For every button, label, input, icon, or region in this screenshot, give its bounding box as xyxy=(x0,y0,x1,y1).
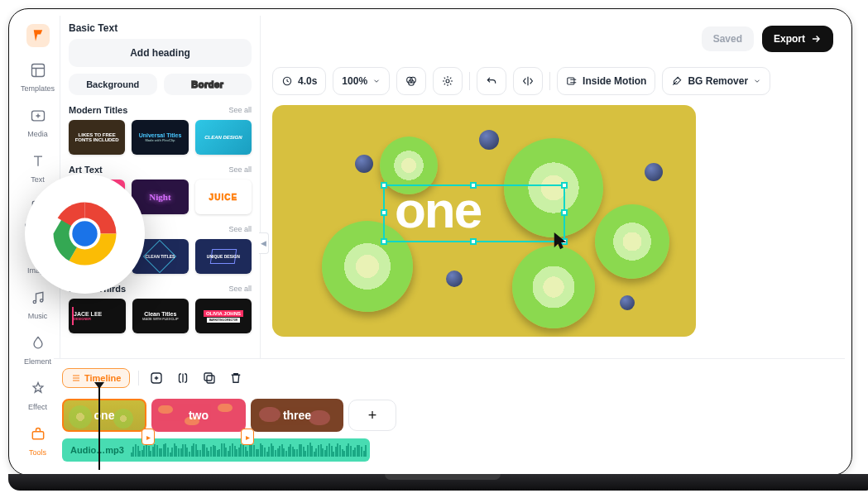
add-heading-button[interactable]: Add heading xyxy=(69,39,252,67)
sidebar-item-element[interactable]: Element xyxy=(18,332,58,366)
saved-indicator: Saved xyxy=(702,26,754,51)
settings-button[interactable] xyxy=(433,67,463,95)
sidebar-item-templates[interactable]: Templates xyxy=(18,59,58,93)
see-all-link[interactable]: See all xyxy=(228,165,252,174)
text-template-card[interactable]: Night xyxy=(132,180,188,214)
inside-motion-button[interactable]: Inside Motion xyxy=(557,67,655,95)
text-template-card[interactable]: JUICE xyxy=(195,180,252,214)
timeline-clip[interactable]: one xyxy=(62,399,146,432)
svg-rect-14 xyxy=(568,78,574,84)
playhead[interactable] xyxy=(98,387,100,470)
panel-title: Basic Text xyxy=(69,22,252,34)
flip-button[interactable] xyxy=(513,67,543,95)
split-button[interactable] xyxy=(174,369,192,387)
section-badges-titles: Badges Titles xyxy=(69,224,127,234)
templates-icon xyxy=(26,59,50,82)
border-button[interactable]: Border xyxy=(164,74,252,95)
effect-icon xyxy=(26,377,50,400)
svg-rect-16 xyxy=(204,373,212,381)
see-all-link[interactable]: See all xyxy=(228,285,252,293)
add-clip-button[interactable]: + xyxy=(348,400,396,431)
add-clip-button[interactable] xyxy=(147,369,165,387)
text-template-card[interactable]: LIKES TO FREEFONTS INCLUDED xyxy=(69,120,125,155)
text-icon xyxy=(26,150,50,173)
svg-rect-8 xyxy=(32,432,43,439)
delete-button[interactable] xyxy=(227,369,245,387)
canvas[interactable]: one xyxy=(272,105,696,337)
element-icon xyxy=(26,332,50,355)
svg-point-7 xyxy=(40,299,42,302)
see-all-link[interactable]: See all xyxy=(228,106,252,114)
duplicate-button[interactable] xyxy=(200,369,218,387)
selection-box[interactable] xyxy=(383,184,565,242)
sidebar-item-overlay[interactable]: Overlay xyxy=(18,195,58,229)
collapse-panel-button[interactable]: ◀ xyxy=(259,232,269,254)
svg-point-5 xyxy=(35,250,37,252)
media-icon xyxy=(26,104,50,127)
svg-point-6 xyxy=(33,300,36,303)
transition-handle[interactable]: ▸ xyxy=(141,429,155,445)
transition-handle[interactable]: ▸ xyxy=(241,429,254,445)
waveform xyxy=(131,443,362,457)
canvas-toolbar: 4.0s 100% Inside Motion BG Remover xyxy=(261,62,845,100)
background-button[interactable]: Background xyxy=(69,74,157,95)
zoom-button[interactable]: 100% xyxy=(333,67,390,95)
svg-rect-0 xyxy=(31,65,44,77)
text-template-card[interactable]: CLEAN TITLES xyxy=(132,239,188,274)
see-all-link[interactable]: See all xyxy=(228,225,252,233)
sidebar-item-effect[interactable]: Effect xyxy=(18,377,58,411)
svg-point-13 xyxy=(446,79,449,83)
timeline-clip[interactable]: three xyxy=(251,399,343,432)
cursor-icon xyxy=(552,231,570,252)
overlay-icon xyxy=(26,195,50,218)
section-lower-thirds: Lower Thirds xyxy=(69,284,126,294)
svg-rect-2 xyxy=(32,201,41,209)
section-modern-titles: Modern Titles xyxy=(69,105,127,115)
sidebar-item-music[interactable]: Music xyxy=(18,286,58,320)
undo-button[interactable] xyxy=(477,67,506,95)
text-template-card[interactable]: JACE LEEDESIGNER xyxy=(69,299,126,333)
export-button[interactable]: Export xyxy=(762,26,833,52)
sidebar-item-tools[interactable]: Tools xyxy=(18,423,58,457)
section-art-text: Art Text xyxy=(69,165,103,175)
timeline-clip[interactable]: two xyxy=(151,399,246,432)
text-template-card[interactable]: OLIVIA JOHNSMARKETING DIRECTOR xyxy=(195,299,252,333)
text-template-card[interactable]: UNIQUE DESIGN xyxy=(195,239,252,274)
music-icon xyxy=(26,286,50,309)
text-template-card[interactable]: SHADOW xyxy=(69,180,125,214)
text-template-card[interactable]: BASIC TITLES xyxy=(69,239,125,274)
image-icon xyxy=(26,241,50,264)
duration-button[interactable]: 4.0s xyxy=(272,67,326,95)
text-template-card[interactable]: Universal TitlesMade with FlexClip xyxy=(132,120,188,155)
audio-track[interactable]: Audio…mp3 xyxy=(62,438,370,462)
bg-remover-button[interactable]: BG Remover xyxy=(662,67,770,95)
svg-rect-17 xyxy=(207,376,214,383)
svg-rect-3 xyxy=(35,204,43,213)
sidebar-item-text[interactable]: Text xyxy=(18,150,58,184)
app-logo[interactable] xyxy=(18,24,58,47)
sidebar-item-image[interactable]: Image xyxy=(18,241,58,275)
color-adjust-button[interactable] xyxy=(396,67,426,95)
tools-icon xyxy=(26,423,50,446)
text-template-card[interactable]: CLEAN DESIGN xyxy=(195,120,252,155)
sidebar-item-media[interactable]: Media xyxy=(18,104,58,138)
text-template-card[interactable]: Clean TitlesMADE WITH FLEXCLIP xyxy=(132,299,189,333)
